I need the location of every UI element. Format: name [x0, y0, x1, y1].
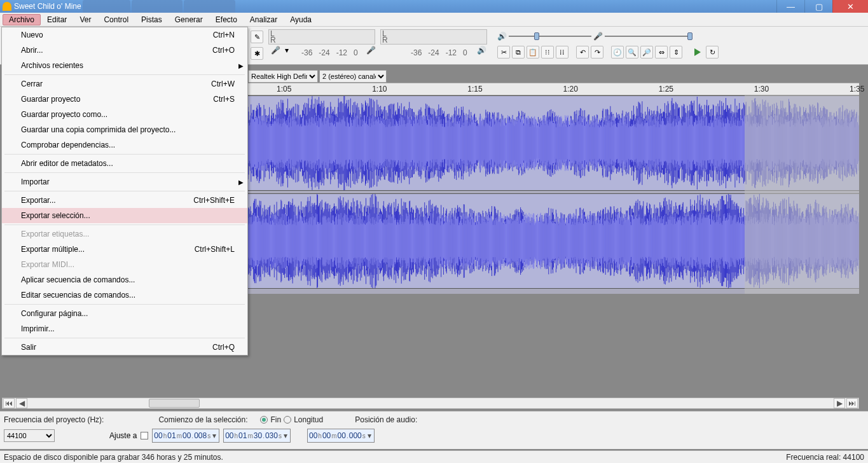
status-bar: Espacio de disco disponible para grabar …: [0, 450, 868, 463]
recording-db-scale: -36-24-120: [298, 48, 358, 57]
longitud-label: Longitud: [294, 415, 323, 424]
audio-position-label: Posición de audio:: [355, 415, 417, 424]
project-rate-label: Frecuencia del proyecto (Hz):: [4, 415, 104, 424]
menu-item[interactable]: Abrir...Ctrl+O: [2, 43, 247, 58]
menu-analizar[interactable]: Analizar: [244, 14, 284, 25]
menu-archivo[interactable]: Archivo: [3, 14, 41, 25]
fin-label: Fin: [270, 415, 281, 424]
app-icon: [3, 2, 11, 11]
fit-project-button[interactable]: ⇕: [670, 46, 682, 59]
menu-item[interactable]: Guardar una copia comprimida del proyect…: [2, 122, 247, 137]
menu-item[interactable]: Editar secuencias de comandos...: [2, 287, 247, 303]
loop-button[interactable]: ↻: [706, 46, 719, 59]
mic-mute-icon[interactable]: 🎤: [271, 46, 280, 55]
menu-item[interactable]: Aplicar secuencia de comandos...: [2, 272, 247, 287]
selection-end-overlay: [745, 95, 859, 294]
snap-to-checkbox[interactable]: [141, 432, 148, 439]
archivo-menu-dropdown: NuevoCtrl+NAbrir...Ctrl+OArchivos recien…: [1, 27, 248, 356]
silence-button[interactable]: ⁞⁞: [556, 46, 568, 59]
horizontal-scrollbar[interactable]: ⏮ ◀ ▶ ⏭: [2, 397, 859, 409]
envelope-tool-icon[interactable]: ✎: [251, 31, 263, 43]
selection-toolbar: Frecuencia del proyecto (Hz): Comienzo d…: [0, 411, 868, 449]
mic-dropdown-icon[interactable]: ▾: [285, 46, 289, 55]
titlebar: Sweet Child o' Mine — ▢ ✕: [0, 0, 868, 13]
menubar: ArchivoEditarVerControlPistasGenerarEfec…: [0, 13, 868, 27]
menu-item[interactable]: Guardar proyectoCtrl+S: [2, 92, 247, 107]
output-volume-slider[interactable]: 🔊 🎤: [497, 29, 687, 43]
zoom-out-button[interactable]: 🔎: [640, 46, 653, 59]
mic-small-icon: 🎤: [593, 32, 603, 41]
undo-button[interactable]: ↶: [576, 46, 589, 59]
device-toolbar: Realtek High Defini 2 (estéreo) canale: [248, 69, 387, 84]
audio-position-time[interactable]: 00h 00m 00.000s▾: [307, 429, 375, 443]
menu-item: Exportar etiquetas...: [2, 226, 247, 242]
menu-item[interactable]: SalirCtrl+Q: [2, 340, 247, 355]
timeline-ruler[interactable]: 1:051:101:151:201:251:301:35: [248, 83, 859, 95]
track-area[interactable]: [248, 95, 859, 294]
playback-meter[interactable]: LR: [380, 29, 487, 45]
copy-button[interactable]: ⧉: [512, 46, 525, 59]
menu-control[interactable]: Control: [97, 14, 135, 25]
status-disk-space: Espacio de disco disponible para grabar …: [4, 453, 223, 462]
close-button[interactable]: ✕: [832, 0, 868, 13]
menu-item[interactable]: Imprimir...: [2, 321, 247, 336]
selection-start-time[interactable]: 00h 01m 00.008s▾: [152, 429, 219, 443]
multi-tool-icon[interactable]: ✱: [251, 47, 263, 60]
menu-item[interactable]: NuevoCtrl+N: [2, 27, 247, 43]
menu-item[interactable]: Importar▶: [2, 174, 247, 190]
status-actual-rate: Frecuencia real: 44100: [786, 453, 864, 462]
playback-db-scale: -36-24-120: [407, 48, 467, 57]
menu-ayuda[interactable]: Ayuda: [284, 14, 318, 25]
selection-start-label: Comienzo de la selección:: [158, 415, 247, 424]
window-title: Sweet Child o' Mine: [14, 2, 81, 11]
fit-selection-button[interactable]: ⇔: [655, 46, 668, 59]
minimize-button[interactable]: —: [776, 0, 804, 13]
channels-select[interactable]: 2 (estéreo) canale: [319, 70, 387, 83]
fin-radio[interactable]: [260, 416, 268, 424]
scroll-right[interactable]: ▶: [834, 398, 845, 408]
paste-button[interactable]: 📋: [527, 46, 539, 59]
menu-pistas[interactable]: Pistas: [135, 14, 169, 25]
menu-item[interactable]: Exportar múltiple...Ctrl+Shift+L: [2, 242, 247, 257]
menu-item[interactable]: Exportar selección...: [2, 208, 247, 223]
background-browser-tabs: [83, 0, 235, 13]
maximize-button[interactable]: ▢: [804, 0, 832, 13]
longitud-radio[interactable]: [284, 416, 291, 424]
menu-item[interactable]: Archivos recientes▶: [2, 58, 247, 73]
menu-efecto[interactable]: Efecto: [209, 14, 244, 25]
scroll-left-start[interactable]: ⏮: [3, 398, 15, 408]
menu-generar[interactable]: Generar: [169, 14, 209, 25]
zoom-in-button[interactable]: 🔍: [626, 46, 638, 59]
menu-item[interactable]: Exportar...Ctrl+Shift+E: [2, 193, 247, 208]
scroll-left[interactable]: ◀: [16, 398, 27, 408]
selection-end-time[interactable]: 00h 01m 30.030s▾: [223, 429, 291, 443]
project-rate-select[interactable]: 44100: [4, 429, 55, 442]
scrollbar-thumb[interactable]: [149, 399, 200, 408]
menu-item[interactable]: Configurar página...: [2, 306, 247, 321]
menu-editar[interactable]: Editar: [41, 14, 73, 25]
menu-ver[interactable]: Ver: [73, 14, 97, 25]
speaker-small-icon: 🔊: [497, 32, 507, 41]
menu-item[interactable]: Guardar proyecto como...: [2, 107, 247, 122]
sync-lock-button[interactable]: 🕘: [611, 46, 624, 59]
menu-item[interactable]: Abrir editor de metadatos...: [2, 156, 247, 171]
recording-meter[interactable]: LR: [268, 29, 375, 45]
menu-item: Exportar MIDI...: [2, 257, 247, 272]
scroll-right-end[interactable]: ⏭: [846, 398, 858, 408]
mic-icon[interactable]: 🎤: [366, 46, 376, 55]
redo-button[interactable]: ↷: [591, 46, 603, 59]
menu-item[interactable]: CerrarCtrl+W: [2, 76, 247, 92]
trim-button[interactable]: ⁝⁝: [541, 46, 554, 59]
menu-item[interactable]: Comprobar dependencias...: [2, 137, 247, 153]
play-button[interactable]: [691, 46, 704, 59]
cut-button[interactable]: ✂: [497, 46, 510, 59]
snap-to-label: Ajuste a: [109, 431, 137, 440]
playback-device-select[interactable]: Realtek High Defini: [248, 70, 318, 83]
speaker-icon[interactable]: 🔊: [477, 46, 486, 55]
